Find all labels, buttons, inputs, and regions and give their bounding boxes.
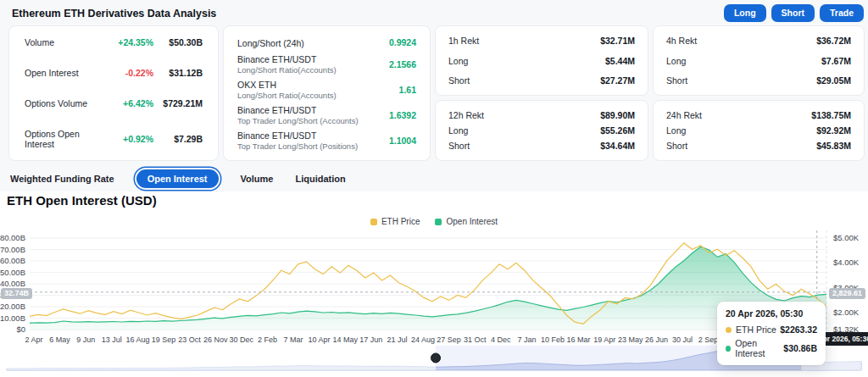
left-axis-label: $20.00B [0, 302, 25, 311]
x-axis-tick-label: 7 Mar [283, 335, 303, 344]
right-axis-label: $2.00K [833, 308, 860, 317]
open-interest-chart[interactable]: $80.00B$70.00B$60.00B$50.00B$40.00B$30.0… [0, 225, 868, 377]
rekt-title: 4h Rekt [666, 36, 697, 46]
x-axis-tick-label: 16 Aug [125, 335, 149, 344]
rekt-title: 12h Rekt [448, 110, 484, 120]
chart-title: ETH Open Interest (USD) [7, 193, 157, 208]
tab-open-interest[interactable]: Open Interest [136, 169, 219, 188]
right-axis-label: $5.00K [833, 233, 860, 242]
rekt-short-value: $27.27M [586, 75, 635, 86]
page-title: Ethereum ETH Derivatives Data Analysis [12, 8, 216, 19]
tab-volume[interactable]: Volume [241, 174, 274, 184]
rekt-long-label: Long [448, 125, 468, 136]
ratio-row: Binance ETH/USDT Long/Short Ratio(Accoun… [237, 54, 416, 75]
ratio-value: 2.1566 [389, 59, 416, 69]
trade-button[interactable]: Trade [820, 4, 864, 22]
left-axis-label: $40.00B [0, 279, 25, 288]
rekt-short-value: $29.05M [802, 75, 851, 86]
tooltip-row-eth-price: ETH Price $2263.32 [726, 324, 817, 335]
ratio-sublabel: Long/Short Ratio(Accounts) [237, 91, 337, 101]
stat-pct: -0.22% [104, 68, 153, 78]
rekt-card-12h: 12h Rekt$89.90M Long$55.26M Short$34.64M [435, 100, 648, 161]
tab-liquidation[interactable]: Liquidation [295, 174, 345, 184]
ratio-value: 1.1004 [389, 136, 416, 146]
left-axis-label: $80.00B [0, 233, 25, 242]
x-axis-tick-label: 9 Jun [76, 335, 95, 344]
ratio-row: OKX ETH Long/Short Ratio(Accounts) 1.61 [237, 80, 416, 101]
ratio-value: 1.6392 [389, 110, 416, 120]
rekt-long-label: Long [666, 125, 686, 136]
tooltip-value: $30.86B [783, 343, 817, 353]
derivatives-dashboard: { "header": { "title": "Ethereum ETH Der… [0, 0, 868, 377]
ratio-sublabel: Top Trader Long/Short (Positions) [237, 141, 358, 152]
tooltip-label: Open Interest [735, 338, 783, 358]
x-axis-tick-label: 26 Nov [203, 335, 228, 344]
short-button[interactable]: Short [771, 4, 815, 22]
x-axis-tick-label: 24 Aug [411, 335, 435, 344]
rekt-short-value: $34.64M [586, 141, 635, 151]
x-axis-tick-label: 26 Jun [645, 335, 668, 344]
x-axis-tick-label: 19 Apr [593, 335, 615, 344]
x-axis-tick-label: 6 May [49, 335, 70, 344]
stat-label: Open Interest [25, 68, 79, 78]
rekt-total: $36.72M [802, 36, 851, 46]
rekt-short-label: Short [448, 141, 470, 151]
stat-label: Options Volume [25, 98, 87, 108]
x-axis-tick-label: 13 Jul [102, 335, 122, 344]
tooltip-label: ETH Price [736, 324, 776, 335]
stat-label: Options Open Interest [25, 129, 104, 149]
tooltip-row-open-interest: Open Interest $30.86B [726, 338, 817, 358]
x-axis-tick-label: 2 Sep [698, 335, 719, 344]
rekt-total: $138.75M [802, 110, 851, 120]
tooltip-time: 20 Apr 2026, 05:30 [726, 308, 817, 319]
open-interest-area [30, 247, 826, 330]
x-axis-tick-label: 21 Jul [387, 335, 407, 344]
rekt-long-value: $5.44M [586, 56, 635, 66]
header-buttons: Long Short Trade [724, 4, 864, 22]
x-axis-tick-label: 14 May [332, 335, 358, 344]
rekt-short-label: Short [666, 75, 687, 86]
ratio-sublabel: Long/Short Ratio(Accounts) [237, 65, 337, 75]
stat-value: $50.30B [153, 37, 203, 47]
rekt-card-24h: 24h Rekt$138.75M Long$92.92M Short$45.83… [653, 100, 865, 161]
ratio-row: Binance ETH/USDT Top Trader Long/Short (… [237, 105, 416, 126]
stat-value: $7.29B [153, 134, 203, 144]
x-axis-tick-label: 19 Sep [152, 335, 176, 344]
rekt-short-label: Short [666, 141, 687, 151]
stats-card: Volume +24.35% $50.30B Open Interest -0.… [8, 25, 219, 161]
stat-pct: +24.35% [104, 37, 153, 47]
x-axis-tick-label: 7 Jan [517, 335, 536, 344]
ratio-sublabel: Top Trader Long/Short (Accounts) [237, 116, 359, 126]
stat-row-volume: Volume +24.35% $50.30B [25, 37, 203, 47]
navigator-left-handle[interactable] [431, 353, 441, 363]
x-axis-tick-label: 16 Mar [567, 335, 591, 344]
rekt-total: $89.90M [586, 110, 635, 120]
rekt-long-label: Long [666, 56, 686, 66]
rekt-long-value: $92.92M [802, 125, 851, 136]
x-axis-tick-label: 30 Dec [230, 335, 254, 344]
rekt-total: $32.71M [586, 36, 635, 46]
x-axis-tick-label: 23 Oct [178, 335, 201, 344]
stat-row-options-open-interest: Options Open Interest +0.92% $7.29B [25, 129, 203, 149]
x-axis-tick-label: 10 Feb [541, 335, 565, 344]
stat-value: $31.12B [153, 68, 203, 78]
x-axis-tick-label: 30 Jul [672, 335, 693, 344]
tab-weighted-funding-rate[interactable]: Weighted Funding Rate [10, 174, 114, 184]
x-axis-tick-label: 2 Apr [25, 335, 42, 344]
stat-pct: +0.92% [104, 134, 153, 144]
long-button[interactable]: Long [724, 4, 766, 22]
x-axis-tick-label: 27 Sep [437, 335, 461, 344]
x-axis-tick-label: 4 Dec [491, 335, 511, 344]
left-axis-label: $10.00B [0, 313, 25, 323]
ratio-label: Binance ETH/USDT [237, 105, 359, 116]
right-axis-label: $4.00K [833, 258, 860, 267]
ratio-label: OKX ETH [237, 80, 337, 91]
rekt-title: 1h Rekt [448, 36, 479, 46]
stat-row-options-volume: Options Volume +6.42% $729.21M [25, 98, 203, 108]
rekt-long-label: Long [448, 56, 468, 66]
stat-pct: +6.42% [104, 98, 153, 108]
ratio-value: 1.61 [399, 85, 416, 95]
rekt-card-4h: 4h Rekt$36.72M Long$7.67M Short$29.05M [653, 25, 865, 96]
x-axis-tick-label: 17 Jun [359, 335, 382, 344]
navigator-unselected-left [7, 346, 436, 370]
